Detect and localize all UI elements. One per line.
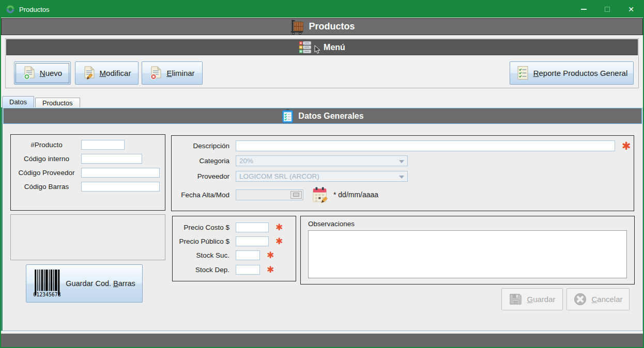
internal-code-label: Código interno [12,155,81,163]
public-price-label: Precio Público $ [174,238,229,245]
tab-page-datos: Datos Generales #Producto Código interno… [1,107,643,331]
status-strip [1,334,643,347]
delete-button[interactable]: Eliminar [142,61,203,85]
barcode-icon: 012345678 [33,268,61,298]
window-controls: ✕ [572,1,643,18]
form-row: Código Proveedor [12,168,160,178]
category-combobox[interactable]: 20% [236,155,408,166]
form-row: Precio Público $ ✱ [174,236,283,246]
cart-icon [289,19,304,35]
menu-list-icon [299,41,312,54]
tab-datos[interactable]: Datos [2,96,34,107]
public-price-input[interactable] [236,236,269,246]
stock-branch-input[interactable] [236,250,260,260]
form-row: Categoria 20% [173,155,408,166]
clipboard-icon [281,109,294,123]
supplier-combobox[interactable]: LOGICOM SRL (ARCOR) [236,171,408,182]
general-data-panel: Descripción ✱ Categoria 20% Proveedor LO… [171,135,634,211]
barcode-code-input[interactable] [81,182,160,192]
save-barcode-button[interactable]: 012345678 Guardar Cod. Barras [26,264,143,303]
category-label: Categoria [173,157,229,165]
menu-title: Menú [324,43,345,52]
page-title: Productos [309,21,355,32]
description-label: Descripción [173,142,229,150]
section-header: Datos Generales [3,108,642,124]
new-button-label: Nuevo [40,69,62,77]
report-button-label: Reporte Productos General [533,69,628,77]
mouse-cursor-icon [314,45,321,54]
date-label: Fecha Alta/Mod [173,191,229,199]
form-row: Stock Dep. ✱ [174,265,274,275]
observations-textarea[interactable] [308,230,627,278]
tab-strip: Datos Productos [2,96,81,107]
stock-warehouse-input[interactable] [236,265,260,275]
cancel-button-label: Cancelar [591,295,622,304]
required-asterisk-icon: ✱ [275,237,283,246]
price-stock-panel: Precio Costo $ ✱ Precio Público $ ✱ Stoc… [172,216,296,281]
form-row: #Producto [12,140,125,150]
close-button[interactable]: ✕ [619,1,643,18]
cost-price-input[interactable] [236,223,269,232]
form-row: Proveedor LOGICOM SRL (ARCOR) [173,171,408,182]
supplier-label: Proveedor [173,172,229,180]
cancel-button[interactable]: Cancelar [566,288,630,310]
required-asterisk-icon: ✱ [267,251,274,260]
barcode-digits: 012345678 [34,292,61,297]
form-row: Código Barras [12,182,160,192]
report-button[interactable]: Reporte Productos General [510,61,634,85]
stock-warehouse-label: Stock Dep. [174,266,229,274]
modify-button-label: Modificar [100,69,131,77]
maximize-icon [605,7,610,12]
description-input[interactable] [236,140,615,151]
form-row: Fecha Alta/Mod [173,185,378,204]
new-document-icon [23,66,36,80]
date-input[interactable] [236,189,303,200]
date-format-hint: * dd/mm/aaaa [333,191,378,199]
edit-document-icon [83,66,96,80]
delete-button-label: Eliminar [166,69,194,77]
required-asterisk-icon: ✱ [622,140,631,151]
window-title: Productos [19,6,50,13]
chevron-down-icon [399,176,404,179]
supplier-value: LOGICOM SRL (ARCOR) [239,172,319,180]
picture-icon [293,193,299,197]
form-row: Descripción ✱ [173,140,631,151]
tab-productos[interactable]: Productos [35,98,80,107]
product-number-label: #Producto [12,141,81,149]
supplier-code-input[interactable] [81,168,160,178]
minimize-icon [581,9,587,10]
section-title: Datos Generales [298,112,363,121]
cancel-circle-icon [573,292,587,306]
chevron-down-icon [399,160,404,163]
menu-header: Menú [6,39,638,55]
page-header: Productos [1,18,643,35]
save-button[interactable]: Guardar [501,288,563,310]
product-number-input[interactable] [81,140,125,150]
new-button[interactable]: Nuevo [14,61,71,85]
form-row: Stock Suc. ✱ [174,250,274,260]
maximize-button[interactable] [595,1,619,18]
category-value: 20% [239,157,253,165]
report-checklist-icon [516,66,530,81]
menu-group: Menú Nuevo [5,38,639,88]
internal-code-input[interactable] [81,154,142,164]
required-asterisk-icon: ✱ [267,265,274,274]
modify-button[interactable]: Modificar [75,61,139,85]
minimize-button[interactable] [572,1,595,18]
date-picker-button[interactable] [290,191,302,199]
image-placeholder-panel [10,214,165,260]
observations-label: Observaciones [308,220,355,228]
delete-document-icon [149,66,163,80]
floppy-disk-icon [509,292,523,306]
title-bar: Productos ✕ [1,1,643,18]
cost-price-label: Precio Costo $ [174,224,229,231]
barcode-code-label: Código Barras [12,183,81,191]
codes-panel: #Producto Código interno Código Proveedo… [10,134,165,211]
calendar-icon[interactable] [312,186,329,204]
supplier-code-label: Código Proveedor [12,169,81,177]
form-row: Código interno [12,154,142,164]
app-window: Productos ✕ [0,0,644,348]
save-barcode-label: Guardar Cod. Barras [66,279,135,288]
required-asterisk-icon: ✱ [275,223,283,232]
close-icon: ✕ [628,6,634,13]
